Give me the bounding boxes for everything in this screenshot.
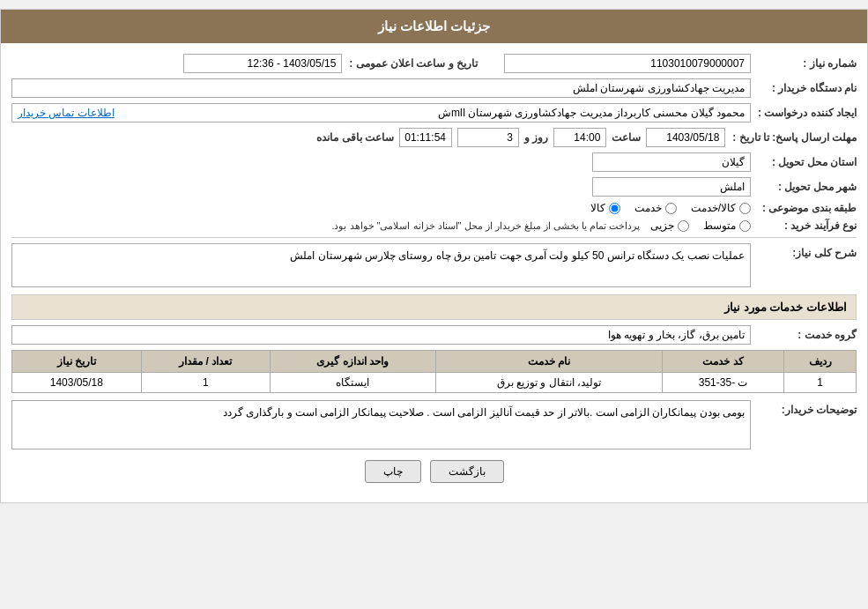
label-shomare-niaz: شماره نیاز :: [751, 57, 857, 70]
radio-jozi-label: جزیی: [650, 219, 674, 232]
label-noe-farayand: نوع فرآیند خرید :: [751, 219, 857, 232]
field-tozihaat[interactable]: [11, 400, 751, 449]
label-rooz: روز و: [524, 131, 548, 144]
khadamat-section-header: اطلاعات خدمات مورد نیاز: [11, 294, 857, 320]
label-shahr: شهر محل تحویل :: [751, 181, 857, 193]
label-ijad-konande: ایجاد کننده درخواست :: [751, 107, 857, 119]
field-ijad-konande: محمود گیلان محسنی کاربرداز مدیریت جهادکش…: [11, 103, 751, 123]
label-tarikh-saat: تاریخ و ساعت اعلان عمومی :: [342, 57, 478, 70]
radio-tabebandi: کالا/خدمت خدمت کالا: [590, 202, 751, 214]
label-grohe-khadamat: گروه خدمت :: [751, 329, 857, 341]
field-grohe-khadamat: تامین برق، گاز، بخار و تهویه هوا: [11, 325, 751, 345]
ettelaat-tamas-link[interactable]: اطلاعات تماس خریدار: [18, 107, 115, 119]
label-mohlat: مهلت ارسال پاسخ: تا تاریخ :: [725, 131, 857, 144]
label-tozihaat: توضیحات خریدار:: [751, 400, 857, 416]
col-tarikh: تاریخ نیاز: [12, 351, 142, 373]
radio-kala-label: کالا: [590, 202, 605, 214]
page-header: جزئیات اطلاعات نیاز: [1, 10, 867, 43]
buttons-row: بازگشت چاپ: [11, 460, 857, 492]
radio-kala-khidmat[interactable]: [739, 203, 751, 214]
field-sharh[interactable]: [11, 243, 751, 287]
radio-motovaset-label: متوسط: [703, 219, 736, 232]
label-nam-dastgah: نام دستگاه خریدار :: [751, 82, 857, 94]
label-baghimande: ساعت باقی مانده: [316, 131, 394, 144]
radio-khidmat-label: خدمت: [634, 202, 662, 214]
radio-kala-khidmat-label: کالا/خدمت: [691, 202, 736, 214]
back-button[interactable]: بازگشت: [430, 460, 504, 483]
col-nam: نام خدمت: [435, 351, 662, 373]
field-baghimande: 01:11:54: [399, 128, 452, 147]
field-ostan: گیلان: [592, 152, 751, 172]
label-saat: ساعت: [612, 131, 641, 144]
field-date: 1403/05/18: [646, 128, 725, 147]
field-shahr: املش: [592, 177, 751, 197]
field-tarikh-saat: 1403/05/15 - 12:36: [183, 54, 342, 73]
col-kod: کد خدمت: [662, 351, 783, 373]
note-payment: پرداخت تمام یا بخشی از مبلغ خریدار از مح…: [331, 220, 640, 232]
table-row: 1ت -35-351تولید، انتقال و توزیع برقایستگ…: [12, 373, 857, 393]
field-saat: 14:00: [553, 128, 606, 147]
col-tedad: تعداد / مقدار: [141, 351, 270, 373]
header-title: جزئیات اطلاعات نیاز: [378, 19, 490, 33]
label-tabebandi: طبقه بندی موضوعی :: [751, 202, 857, 214]
field-nam-dastgah: مدیریت جهادکشاورزی شهرستان املش: [11, 78, 751, 98]
field-rooz: 3: [457, 128, 519, 147]
radio-kala[interactable]: [609, 203, 620, 214]
radio-jozi[interactable]: [678, 220, 689, 232]
khadamat-table: ردیف کد خدمت نام خدمت واحد اندازه گیری ت…: [11, 350, 857, 393]
label-sharh: شرح کلی نیاز:: [751, 243, 857, 259]
radio-khidmat[interactable]: [665, 203, 677, 214]
radio-farayand: متوسط جزیی: [650, 219, 751, 232]
label-ostan: استان محل تحویل :: [751, 156, 857, 168]
col-vahed: واحد اندازه گیری: [271, 351, 436, 373]
radio-motovaset[interactable]: [739, 220, 751, 232]
print-button[interactable]: چاپ: [365, 460, 421, 483]
field-shomare-niaz: 1103010079000007: [504, 54, 751, 73]
col-radif: ردیف: [784, 351, 857, 373]
